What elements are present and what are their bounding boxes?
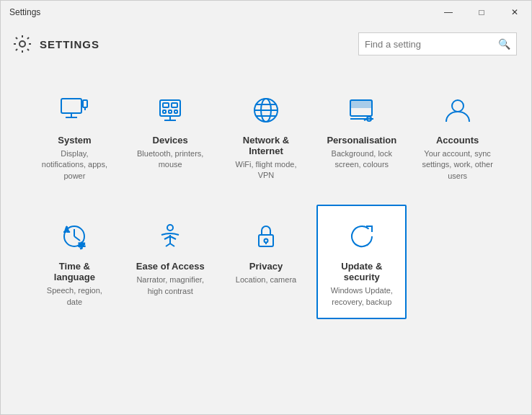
accounts-title: Accounts: [436, 135, 479, 146]
maximize-button[interactable]: □: [465, 1, 498, 24]
svg-text:字: 字: [79, 242, 85, 249]
tile-ease[interactable]: Ease of Access Narrator, magnifier, high…: [125, 205, 216, 319]
settings-grid: System Display, notifications, apps, pow…: [30, 79, 502, 319]
close-button[interactable]: ✕: [498, 1, 531, 24]
settings-window: Settings — □ ✕ SETTINGS 🔍: [0, 0, 532, 415]
svg-rect-1: [61, 99, 81, 113]
ease-icon: [153, 219, 187, 254]
svg-rect-9: [163, 110, 166, 113]
svg-point-0: [19, 41, 25, 47]
personalisation-icon: [345, 93, 379, 128]
accounts-icon: [440, 93, 475, 128]
privacy-title: Privacy: [249, 261, 283, 272]
svg-text:A: A: [64, 226, 70, 233]
search-input[interactable]: [365, 39, 498, 50]
devices-icon: [153, 93, 187, 128]
tile-privacy[interactable]: Privacy Location, camera: [221, 205, 311, 319]
svg-rect-8: [172, 103, 177, 107]
svg-rect-36: [259, 235, 273, 246]
tile-personalisation[interactable]: Personalisation Background, lock screen,…: [316, 79, 407, 193]
personalisation-desc: Background, lock screen, colours: [325, 148, 398, 171]
search-box[interactable]: 🔍: [358, 32, 517, 55]
update-icon: [345, 219, 379, 254]
tile-time[interactable]: A 字 Time & language Speech, region, date: [30, 205, 120, 319]
privacy-desc: Location, camera: [236, 275, 296, 285]
ease-desc: Narrator, magnifier, high contrast: [134, 275, 207, 297]
devices-desc: Bluetooth, printers, mouse: [134, 148, 207, 171]
update-title: Update & security: [325, 261, 398, 282]
privacy-icon: [249, 219, 283, 254]
svg-point-30: [167, 225, 173, 231]
tile-update[interactable]: Update & security Windows Update, recove…: [316, 205, 407, 319]
svg-rect-11: [174, 110, 177, 113]
svg-point-37: [264, 239, 267, 243]
tile-system[interactable]: System Display, notifications, apps, pow…: [30, 79, 120, 193]
personalisation-title: Personalisation: [327, 135, 396, 146]
system-desc: Display, notifications, apps, power: [38, 148, 111, 182]
ease-title: Ease of Access: [136, 261, 205, 272]
title-bar: Settings — □ ✕: [1, 1, 531, 24]
svg-line-32: [164, 236, 170, 239]
search-icon: 🔍: [498, 38, 510, 50]
tile-devices[interactable]: Devices Bluetooth, printers, mouse: [125, 79, 216, 193]
time-title: Time & language: [38, 261, 111, 282]
svg-line-27: [74, 236, 80, 241]
svg-rect-20: [350, 100, 372, 107]
app-header: SETTINGS 🔍: [1, 24, 531, 64]
svg-line-33: [170, 236, 176, 239]
network-icon: [249, 93, 283, 128]
tile-accounts[interactable]: Accounts Your account, sync settings, wo…: [412, 79, 502, 193]
time-desc: Speech, region, date: [38, 285, 111, 308]
network-desc: WiFi, flight mode, VPN: [230, 159, 303, 182]
network-title: Network & Internet: [230, 135, 303, 156]
devices-title: Devices: [153, 135, 188, 146]
settings-gear-icon: [12, 34, 32, 54]
window-controls: — □ ✕: [432, 1, 531, 24]
svg-point-24: [452, 100, 464, 112]
svg-rect-10: [169, 110, 172, 113]
svg-rect-7: [163, 103, 169, 107]
window-title: Settings: [9, 7, 40, 17]
update-desc: Windows Update, recovery, backup: [325, 285, 398, 308]
time-icon: A 字: [57, 219, 92, 254]
system-icon: [57, 93, 92, 128]
minimize-button[interactable]: —: [432, 1, 465, 24]
header-left: SETTINGS: [12, 34, 99, 54]
app-title: SETTINGS: [40, 38, 99, 50]
settings-content: System Display, notifications, apps, pow…: [1, 64, 531, 414]
svg-line-35: [170, 244, 174, 246]
svg-rect-4: [83, 100, 87, 107]
accounts-desc: Your account, sync settings, work, other…: [421, 148, 494, 182]
system-title: System: [58, 135, 91, 146]
svg-line-34: [166, 244, 170, 246]
tile-network[interactable]: Network & Internet WiFi, flight mode, VP…: [221, 79, 311, 193]
